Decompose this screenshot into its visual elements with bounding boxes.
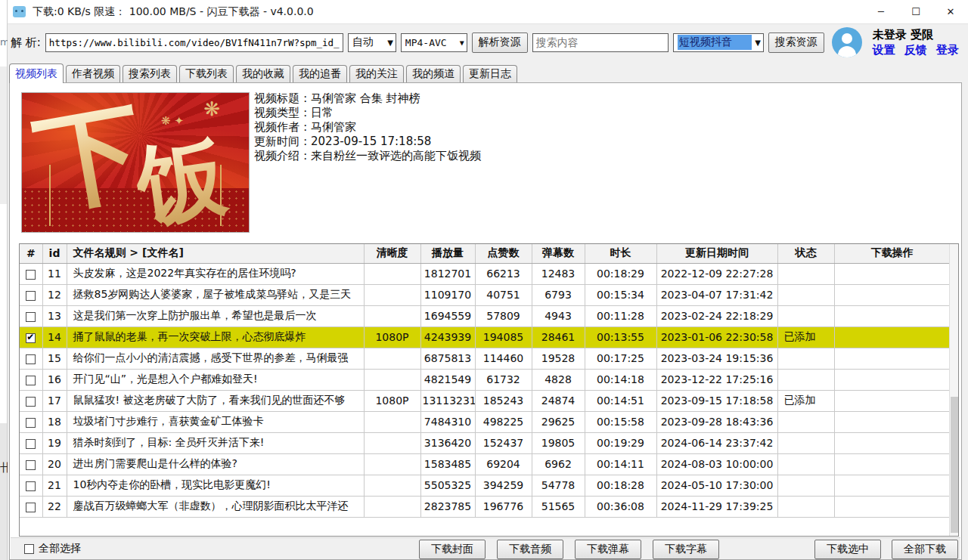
row-checkbox[interactable] [26, 503, 36, 512]
table-row[interactable]: 16开门见“山”，光是想入个户都难如登天!482154961732482800:… [20, 369, 950, 390]
download-button[interactable]: 下载封面 [419, 540, 486, 559]
cell: 3136420 [420, 432, 475, 453]
column-header[interactable]: 下载操作 [834, 244, 950, 263]
table-row[interactable]: 22鏖战百万级蟑螂大军（非虚数），心理阴影面积比太平洋还282378519677… [20, 496, 950, 517]
cell: 28461 [532, 326, 585, 348]
maximize-button[interactable]: ☐ [898, 0, 933, 23]
user-avatar[interactable] [832, 27, 862, 57]
table-row[interactable]: 13这是我们第一次穿上防护服出单，希望也是最后一次169455957809494… [20, 305, 950, 326]
row-checkbox[interactable] [26, 291, 36, 301]
cell: 5505325 [420, 475, 475, 496]
table-row[interactable]: 11头皮发麻，这是2022年真实存在的居住环境吗?181270166213124… [20, 263, 950, 284]
cell: 2024-08-03 10:00:00 [656, 453, 777, 475]
tab[interactable]: 我的关注 [349, 65, 404, 82]
search-input[interactable] [532, 33, 669, 52]
close-button[interactable]: ✕ [933, 0, 968, 23]
cell [777, 453, 834, 475]
video-info-value: 日常 [311, 106, 334, 119]
column-header[interactable]: 状态 [777, 244, 834, 263]
tab[interactable]: 视频列表 [9, 63, 64, 83]
login-link[interactable]: 设置 [873, 42, 895, 57]
column-header[interactable]: 时长 [585, 244, 656, 263]
search-resource-button[interactable]: 搜索资源 [768, 32, 824, 53]
toolbar: 解 析: 自动 ▼ MP4-AVC ▼ 解析资源 短视频抖音 ▼ 搜索资源 未登… [8, 23, 968, 60]
tab[interactable]: 下载列表 [179, 65, 234, 82]
column-header[interactable]: id [42, 244, 67, 263]
video-table: #id文件名规则 > [文件名]清晰度播放量点赞数弹幕数时长更新日期时间状态下载… [20, 244, 950, 518]
download-button[interactable]: 下载弹幕 [575, 540, 641, 559]
cell [364, 453, 420, 475]
cell: 00:18:29 [585, 263, 656, 284]
video-info-line: 视频标题：马俐管家 合集 封神榜 [254, 91, 481, 106]
tab[interactable]: 我的频道 [406, 65, 461, 82]
download-button[interactable]: 全部下载 [892, 540, 958, 559]
cell: 00:11:28 [585, 305, 656, 326]
cell: 22 [42, 496, 67, 517]
row-checkbox[interactable] [26, 460, 36, 470]
cell: 猎杀时刻到了，目标: 全员歼灭并活下来! [67, 432, 364, 453]
row-checkbox[interactable] [26, 312, 36, 322]
tab-bar: 视频列表 作者视频 搜索列表 下载列表 我的收藏 我的追番 我的关注 我的频道 … [9, 63, 517, 82]
video-info-label: 视频类型： [254, 106, 311, 119]
row-checkbox[interactable] [26, 439, 36, 449]
table-row[interactable]: 14捅了鼠鼠的老巢，再一次突破上限，心态彻底爆炸1080P42439391940… [20, 326, 950, 348]
row-checkbox[interactable] [26, 481, 36, 491]
column-header[interactable]: 更新日期时间 [656, 244, 777, 263]
scrollbar-thumb[interactable] [951, 397, 958, 533]
column-header[interactable]: 弹幕数 [532, 244, 585, 263]
table-row[interactable]: 18垃圾堵门寸步难行，喜获黄金矿工体验卡74843104982252962500… [20, 411, 950, 432]
site-select[interactable]: 短视频抖音 ▼ [673, 33, 764, 52]
column-header[interactable]: 点赞数 [475, 244, 532, 263]
table-row[interactable]: 20进出房门需要爬山是什么样的体验?158348569204696200:14:… [20, 453, 950, 475]
row-checkbox[interactable] [26, 354, 36, 364]
column-header[interactable]: 清晰度 [364, 244, 420, 263]
cell: 394259 [475, 475, 532, 496]
row-checkbox[interactable] [26, 418, 36, 428]
cell: 21 [42, 475, 67, 496]
row-checkbox[interactable] [26, 376, 36, 385]
chevron-down-icon: ▼ [387, 39, 393, 47]
cell: 开门见“山”，光是想入个户都难如登天! [67, 369, 364, 390]
tab[interactable]: 我的收藏 [236, 65, 290, 82]
thumbnail-title-char: 饭 [131, 131, 231, 231]
cell: 捅了鼠鼠的老巢，再一次突破上限，心态彻底爆炸 [67, 326, 364, 348]
table-row[interactable]: 2110秒内夺走你的卧槽，现实比电影更魔幻!550532539425954778… [20, 475, 950, 496]
column-header[interactable]: 文件名规则 > [文件名] [67, 244, 364, 263]
login-link[interactable]: 登录 [936, 42, 959, 57]
video-info-label: 更新时间： [254, 135, 311, 148]
column-header[interactable]: 播放量 [420, 244, 475, 263]
table-row[interactable]: 17鼠鼠猛攻! 被这老房破了大防了，看来我们见的世面还不够1080P131132… [20, 390, 950, 411]
cell: 4943 [532, 305, 585, 326]
cell: 00:18:28 [585, 475, 656, 496]
parse-resource-button[interactable]: 解析资源 [472, 32, 528, 53]
row-checkbox[interactable] [26, 397, 36, 407]
row-checkbox[interactable] [26, 333, 36, 343]
cell: 7484310 [420, 411, 475, 432]
tab[interactable]: 作者视频 [66, 65, 120, 82]
row-checkbox[interactable] [26, 270, 36, 280]
minimize-button[interactable]: ─ [864, 0, 898, 23]
cell: 2823785 [420, 496, 475, 517]
login-link[interactable]: 反馈 [904, 42, 927, 57]
select-all-checkbox[interactable] [24, 544, 34, 554]
cell: 14 [42, 326, 67, 348]
cell [834, 496, 950, 517]
format-select[interactable]: MP4-AVC ▼ [401, 33, 467, 52]
tab[interactable]: 搜索列表 [123, 65, 177, 82]
url-input[interactable] [45, 33, 343, 52]
tab[interactable]: 更新日志 [463, 65, 517, 82]
download-button[interactable]: 下载音频 [497, 540, 563, 559]
table-row[interactable]: 15给你们一点小小的清洁震撼，感受下世界的参差，马俐最强687581311446… [20, 348, 950, 369]
download-button[interactable]: 下载选中 [814, 540, 881, 559]
cell [20, 475, 42, 496]
video-info: 视频标题：马俐管家 合集 封神榜 视频类型：日常 视频作者：马俐管家 更新时间：… [254, 91, 481, 163]
table-row[interactable]: 19猎杀时刻到了，目标: 全员歼灭并活下来!313642015243719805… [20, 432, 950, 453]
select-all[interactable]: 全部选择 [24, 542, 81, 555]
column-header[interactable]: # [20, 244, 42, 263]
tab[interactable]: 我的追番 [293, 65, 347, 82]
table-row[interactable]: 12拯救85岁网购达人婆婆家，屋子被堆成菜鸟驿站，又是三天11091704075… [20, 284, 950, 305]
cell: 13113231 [420, 390, 475, 411]
vertical-scrollbar[interactable] [949, 244, 958, 536]
download-button[interactable]: 下载字幕 [653, 540, 719, 559]
mode-select[interactable]: 自动 ▼ [348, 33, 396, 52]
